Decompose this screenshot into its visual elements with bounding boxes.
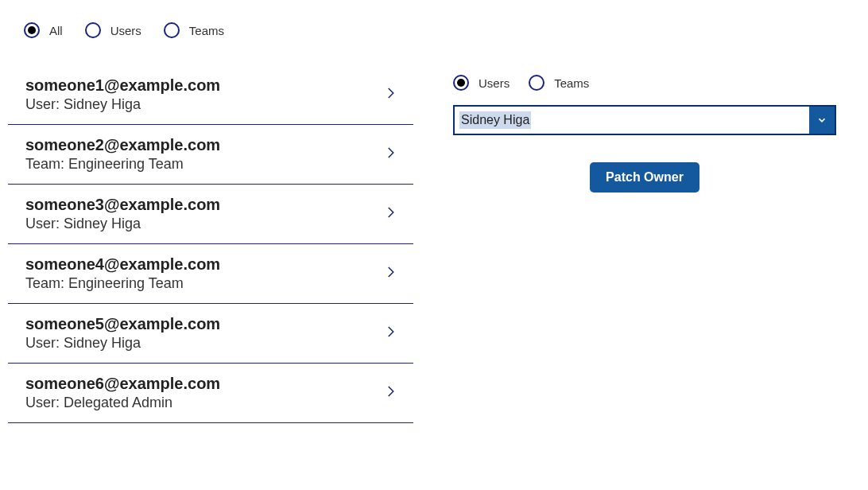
radio-icon <box>85 22 101 38</box>
radio-label: Teams <box>554 76 589 90</box>
chevron-right-icon <box>383 260 405 287</box>
item-owner: Team: Engineering Team <box>25 275 220 292</box>
chevron-right-icon <box>383 141 405 168</box>
list-item[interactable]: someone1@example.comUser: Sidney Higa <box>8 60 413 125</box>
chevron-down-icon[interactable] <box>809 107 835 134</box>
owner-type-users[interactable]: Users <box>453 75 510 91</box>
owner-selected-text: Sidney Higa <box>459 111 531 129</box>
radio-icon <box>164 22 180 38</box>
item-email: someone5@example.com <box>25 315 220 333</box>
top-filter-users[interactable]: Users <box>85 22 141 38</box>
radio-label: Users <box>479 76 510 90</box>
records-list[interactable]: someone1@example.comUser: Sidney Higasom… <box>8 60 413 474</box>
owner-dropdown-value: Sidney Higa <box>455 107 809 134</box>
item-email: someone2@example.com <box>25 136 220 154</box>
item-owner: User: Delegated Admin <box>25 395 220 411</box>
owner-type-teams[interactable]: Teams <box>529 75 589 91</box>
item-owner: User: Sidney Higa <box>25 96 220 113</box>
item-email: someone6@example.com <box>25 375 220 393</box>
item-owner: User: Sidney Higa <box>25 216 220 232</box>
patch-owner-button[interactable]: Patch Owner <box>590 162 699 192</box>
right-panel: UsersTeams Sidney Higa Patch Owner <box>413 60 868 474</box>
top-filter-all[interactable]: All <box>24 22 63 38</box>
item-email: someone4@example.com <box>25 255 220 274</box>
main-content: someone1@example.comUser: Sidney Higasom… <box>0 46 868 474</box>
item-email: someone1@example.com <box>25 76 220 95</box>
list-item[interactable]: someone6@example.comUser: Delegated Admi… <box>8 364 413 423</box>
list-item[interactable]: someone5@example.comUser: Sidney Higa <box>8 304 413 364</box>
list-item[interactable]: someone4@example.comTeam: Engineering Te… <box>8 244 413 304</box>
chevron-right-icon <box>383 200 405 228</box>
radio-icon <box>453 75 469 91</box>
owner-type-radios: UsersTeams <box>453 75 836 91</box>
item-owner: User: Sidney Higa <box>25 335 220 352</box>
list-item[interactable]: someone3@example.comUser: Sidney Higa <box>8 185 413 244</box>
chevron-right-icon <box>383 320 405 347</box>
radio-label: All <box>49 24 63 37</box>
top-filter-teams[interactable]: Teams <box>164 22 224 38</box>
owner-dropdown[interactable]: Sidney Higa <box>453 105 836 135</box>
chevron-right-icon <box>383 379 405 406</box>
list-item[interactable]: someone2@example.comTeam: Engineering Te… <box>8 125 413 185</box>
top-filter-bar: AllUsersTeams <box>0 0 868 46</box>
radio-icon <box>529 75 544 91</box>
radio-icon <box>24 22 40 38</box>
item-email: someone3@example.com <box>25 196 220 214</box>
radio-label: Teams <box>189 24 224 37</box>
radio-label: Users <box>110 24 141 37</box>
chevron-right-icon <box>383 81 405 108</box>
item-owner: Team: Engineering Team <box>25 156 220 173</box>
